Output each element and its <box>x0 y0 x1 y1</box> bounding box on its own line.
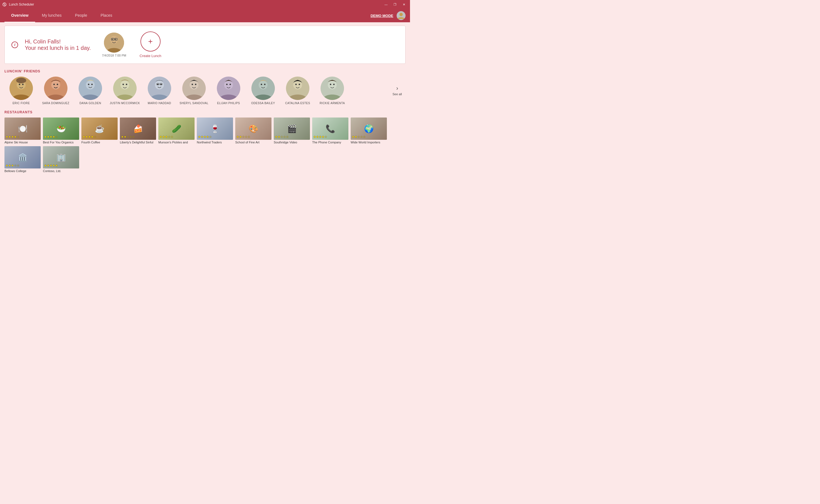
friend-item[interactable]: ODESSA BAILEY <box>247 77 280 105</box>
friend-avatar <box>286 77 309 100</box>
restaurants-row2: 🏛️ ★★★☆☆ Bellows College 🏢 ★★★★★ Contoso… <box>4 146 410 173</box>
restaurants-row1: 🍽️ ★★★★☆ Alpine Ski House 🥗 ★★★★☆ Best F… <box>4 118 410 144</box>
restaurant-name: Northwind Traders <box>197 141 233 144</box>
tab-my-lunches[interactable]: My lunches <box>35 9 68 22</box>
friend-avatar <box>217 77 240 100</box>
friend-item[interactable]: SARA DOMINGUEZ <box>39 77 72 105</box>
friend-name: DANA GOLDEN <box>79 102 101 105</box>
restaurant-item[interactable]: 🍷 ★★★★☆ Northwind Traders <box>197 118 233 144</box>
friend-photo <box>217 77 240 100</box>
greeting: Hi, Colin Falls! <box>25 38 91 45</box>
friend-item[interactable]: JUSTIN MCCORMICK <box>108 77 141 105</box>
restaurant-name: Contoso, Ltd. <box>43 169 79 173</box>
welcome-text: Hi, Colin Falls! Your next lunch is in 1… <box>25 38 91 51</box>
restaurant-item[interactable]: ☕ ★★★★☆ Fourth Coffee <box>81 118 118 144</box>
restaurant-thumbnail: 🌍 ★★☆☆☆ <box>351 118 387 140</box>
restaurant-thumbnail: 🏛️ ★★★☆☆ <box>4 146 41 168</box>
info-icon: i <box>11 41 18 48</box>
restaurant-stars: ★★★☆☆ <box>6 164 19 167</box>
svg-point-40 <box>230 84 231 85</box>
friend-name: JUSTIN MCCORMICK <box>110 102 140 105</box>
restaurant-stars: ★★★★☆ <box>44 135 58 139</box>
tab-people[interactable]: People <box>68 9 94 22</box>
minimize-button[interactable]: — <box>382 1 390 8</box>
friend-photo <box>44 77 67 100</box>
restaurant-item[interactable]: 🍽️ ★★★★☆ Alpine Ski House <box>4 118 41 144</box>
demo-mode-button[interactable]: DEMO MODE <box>370 14 393 18</box>
restaurant-name: Best For You Organics <box>43 141 79 144</box>
restaurant-thumbnail: 🎬 ★★☆☆☆ <box>274 118 310 140</box>
app-logo-icon <box>2 2 7 7</box>
friend-name: ERIC FIORE <box>13 102 30 105</box>
restaurant-stars: ★★★★☆ <box>6 135 19 139</box>
next-lunch-text: Your next lunch is in 1 day. <box>25 45 91 51</box>
main-content: i Hi, Colin Falls! Your next lunch is in… <box>0 22 410 176</box>
restaurant-item[interactable]: 📞 ★★★★☆ The Phone Company <box>312 118 348 144</box>
restaurant-name: Southridge Video <box>274 141 310 144</box>
restaurant-thumbnail: 🎨 ★★☆☆☆ <box>235 118 272 140</box>
svg-point-25 <box>126 84 127 85</box>
welcome-card: i Hi, Colin Falls! Your next lunch is in… <box>4 26 406 64</box>
friend-item[interactable]: SHERYL SANDOVAL <box>177 77 211 105</box>
restaurant-stars: ★★★★☆ <box>82 135 96 139</box>
restaurants-all-rows: 🍽️ ★★★★☆ Alpine Ski House 🥗 ★★★★☆ Best F… <box>4 118 410 173</box>
friend-item[interactable]: MARIO HADDAD <box>143 77 176 105</box>
friend-item[interactable]: ERIC FIORE <box>4 77 38 105</box>
friend-photo <box>79 77 102 100</box>
friend-avatar <box>44 77 67 100</box>
friend-photo <box>113 77 136 100</box>
restaurant-stars: ★★★★☆ <box>198 135 212 139</box>
friend-name: SARA DOMINGUEZ <box>42 102 69 105</box>
friend-item[interactable]: CATALINA ESTES <box>281 77 314 105</box>
friend-photo <box>321 77 344 100</box>
svg-point-52 <box>333 84 335 85</box>
friend-avatar <box>9 77 33 100</box>
tab-overview[interactable]: Overview <box>4 9 35 22</box>
svg-point-20 <box>88 84 89 85</box>
friend-item[interactable]: ELIJAH PHILIPS <box>212 77 245 105</box>
friends-section: LUNCHIN' FRIENDS <box>4 69 406 105</box>
restaurants-section-title: RESTAURANTS <box>4 110 406 114</box>
svg-point-5 <box>115 39 116 40</box>
restaurant-item[interactable]: 🍰 ★★☆☆☆ Liberty's Delightful Sinful <box>120 118 156 144</box>
user-photo-avatar <box>104 33 124 53</box>
friend-item[interactable]: RICKIE ARMENTA <box>316 77 349 105</box>
close-button[interactable]: ✕ <box>400 1 408 8</box>
svg-point-47 <box>296 84 297 85</box>
restore-button[interactable]: ❐ <box>391 1 399 8</box>
svg-point-27 <box>155 80 164 89</box>
svg-point-48 <box>299 84 300 85</box>
restaurant-item[interactable]: 🌍 ★★☆☆☆ Wide World Importers <box>351 118 387 144</box>
restaurant-stars: ★★☆☆☆ <box>236 135 250 139</box>
friend-name: CATALINA ESTES <box>285 102 310 105</box>
friends-see-all-button[interactable]: › See all <box>389 77 406 96</box>
friend-name: SHERYL SANDOVAL <box>179 102 208 105</box>
restaurant-item[interactable]: 🎬 ★★☆☆☆ Southridge Video <box>274 118 310 144</box>
user-avatar-nav[interactable] <box>397 11 406 20</box>
svg-point-13 <box>16 78 26 83</box>
restaurant-thumbnail: 🍽️ ★★★★☆ <box>4 118 41 140</box>
restaurant-name: Fourth Coffee <box>81 141 118 144</box>
titlebar-controls: — ❐ ✕ <box>382 1 408 8</box>
friend-avatar <box>252 77 275 100</box>
restaurant-name: Bellows College <box>4 169 41 173</box>
create-lunch-button[interactable]: + Create Lunch <box>140 31 161 58</box>
restaurant-name: School of Fine Art <box>235 141 272 144</box>
svg-point-1 <box>399 13 403 16</box>
chevron-right-icon: › <box>396 85 398 91</box>
svg-point-35 <box>192 84 193 85</box>
restaurant-item[interactable]: 🥒 ★★★☆☆ Munson's Pickles and <box>158 118 194 144</box>
restaurant-thumbnail: 📞 ★★★★☆ <box>312 118 348 140</box>
svg-point-17 <box>57 84 58 85</box>
friend-item[interactable]: DANA GOLDEN <box>74 77 107 105</box>
user-photo <box>104 33 124 53</box>
tab-places[interactable]: Places <box>94 9 119 22</box>
restaurant-item[interactable]: 🥗 ★★★★☆ Best For You Organics <box>43 118 79 144</box>
restaurant-item[interactable]: 🎨 ★★☆☆☆ School of Fine Art <box>235 118 272 144</box>
restaurant-item[interactable]: 🏢 ★★★★★ Contoso, Ltd. <box>43 146 79 173</box>
svg-point-12 <box>22 84 24 85</box>
restaurant-item[interactable]: 🏛️ ★★★☆☆ Bellows College <box>4 146 41 173</box>
svg-point-19 <box>86 80 95 89</box>
svg-point-36 <box>195 84 196 85</box>
friend-name: MARIO HADDAD <box>148 102 171 105</box>
